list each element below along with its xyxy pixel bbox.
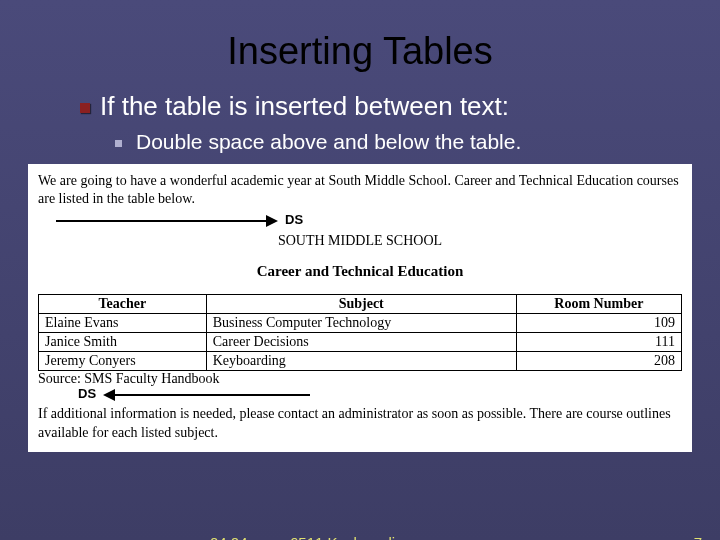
table-row: Jeremy Conyers Keyboarding 208 (39, 352, 682, 371)
source-line: Source: SMS Faculty Handbook (38, 371, 682, 387)
table-row: Janice Smith Career Decisions 111 (39, 333, 682, 352)
footer-course: 6511 Keyboarding (290, 534, 412, 540)
cell-teacher: Janice Smith (39, 333, 207, 352)
th-teacher: Teacher (39, 295, 207, 314)
course-table: Teacher Subject Room Number Elaine Evans… (38, 294, 682, 371)
th-room: Room Number (516, 295, 681, 314)
arrow-right-icon (266, 215, 278, 227)
ds-arrow-bottom: DS (38, 387, 682, 405)
table-header-row: Teacher Subject Room Number (39, 295, 682, 314)
table-row: Elaine Evans Business Computer Technolog… (39, 314, 682, 333)
bullet-main: If the table is inserted between text: (0, 91, 720, 122)
ds-label-top: DS (285, 212, 303, 227)
bullet-icon (80, 103, 90, 113)
cell-subject: Business Computer Technology (206, 314, 516, 333)
cell-subject: Career Decisions (206, 333, 516, 352)
footer-code: 04.04 (210, 534, 248, 540)
arrow-line-icon (115, 394, 310, 396)
doc-intro: We are going to have a wonderful academi… (38, 172, 682, 208)
slide-title: Inserting Tables (0, 0, 720, 91)
bullet-main-text: If the table is inserted between text: (100, 91, 509, 122)
cell-room: 109 (516, 314, 681, 333)
ds-label-bottom: DS (78, 386, 96, 401)
cell-subject: Keyboarding (206, 352, 516, 371)
th-subject: Subject (206, 295, 516, 314)
cell-teacher: Elaine Evans (39, 314, 207, 333)
doc-outro: If additional information is needed, ple… (38, 405, 682, 441)
cell-room: 208 (516, 352, 681, 371)
bullet-sub-text: Double space above and below the table. (136, 130, 521, 154)
arrow-line-icon (56, 220, 266, 222)
document-example: We are going to have a wonderful academi… (28, 164, 692, 452)
cell-room: 111 (516, 333, 681, 352)
arrow-left-icon (103, 389, 115, 401)
cte-heading: Career and Technical Education (38, 263, 682, 280)
school-name: SOUTH MIDDLE SCHOOL (38, 233, 682, 249)
cell-teacher: Jeremy Conyers (39, 352, 207, 371)
sub-bullet-icon (115, 140, 122, 147)
footer-page: 7 (694, 534, 702, 540)
ds-arrow-top: DS (38, 212, 682, 232)
bullet-sub: Double space above and below the table. (0, 130, 720, 154)
